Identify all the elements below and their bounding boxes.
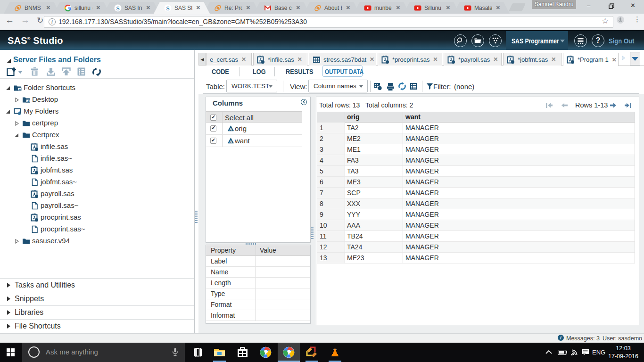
- svg-text:S: S: [166, 4, 169, 11]
- svg-text:S: S: [116, 4, 119, 11]
- svg-text:A: A: [230, 140, 232, 144]
- svg-text:A: A: [230, 127, 232, 132]
